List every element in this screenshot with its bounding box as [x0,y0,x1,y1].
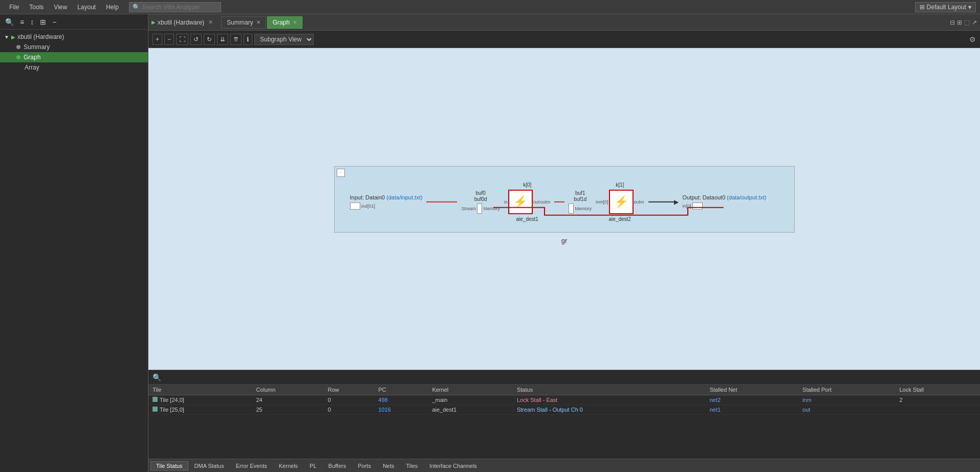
col-pc: PC [374,385,428,395]
split-button[interactable]: ⊞ [38,17,48,27]
menu-layout[interactable]: Layout [72,2,101,13]
header-close-btn[interactable]: ✕ [208,19,213,26]
k1-top-label: k[1] [616,182,624,187]
btab-kernels[interactable]: Kernels [273,461,303,470]
bottom-toolbar: 🔍 [148,370,980,385]
bottom-search-btn[interactable]: 🔍 [153,373,161,381]
collapse-button[interactable]: ≡ [18,17,26,27]
col-row: Row [323,385,374,395]
row1-stalled-port[interactable]: out [798,405,895,415]
graph-group: − Input: Datain0 (data/input.txt) [334,166,795,232]
col-kernel: Kernel [428,385,513,395]
bottom-tabs: Tile Status DMA Status Error Events Kern… [148,459,980,472]
summary-label: Summary [24,43,50,51]
in0-label: in[0] [683,203,691,208]
graph-label: Graph [24,54,40,61]
info-button[interactable]: ℹ [244,34,252,45]
zoom-out-button[interactable]: − [164,34,174,45]
row0-pc[interactable]: 498 [374,395,428,405]
in-label-k0: in [504,199,508,204]
btab-nets[interactable]: Nets [377,461,400,470]
chevron-down-icon: ▾ [968,4,971,11]
tab-bar: ▶ xbutil (Hardware) ✕ Summary ✕ Graph ✕ … [148,14,980,31]
menu-tools[interactable]: Tools [24,2,49,13]
fit-button[interactable]: ⛶ [176,34,188,45]
col-stalled-port: Stalled Port [798,385,895,395]
refresh-button[interactable]: ↺ [190,34,202,45]
sidebar-tree: ▼ ▶ xbutil (Hardware) Summary Graph Arra… [0,30,148,75]
sidebar-item-graph[interactable]: Graph [0,52,148,62]
row1-lock-stall [895,405,980,415]
input-node: Input: Datain0 (data/input.txt) out[01] [350,194,423,209]
table-row[interactable]: Tile [25,0] 25 0 1016 aie_dest1 Stream S… [148,405,980,415]
menu-file[interactable]: File [4,2,24,13]
expand-icon: ▼ [4,34,9,40]
row0-stalled-net[interactable]: net2 [706,395,798,405]
row1-kernel: aie_dest1 [428,405,513,415]
tab-action-1[interactable]: ⊟ [950,19,955,26]
tile-icon-1 [153,407,158,412]
tab-graph-close[interactable]: ✕ [293,19,297,25]
line-3 [648,201,674,202]
tab-action-2[interactable]: ⊞ [957,19,962,26]
input-link[interactable]: (data/input.txt) [386,194,422,200]
row1-status: Stream Stall - Output Ch 0 [513,405,706,415]
btab-error-events[interactable]: Error Events [230,461,273,470]
row0-kernel: _main [428,395,513,405]
array-label: Array [25,64,39,71]
memory-label: Memory [483,206,500,211]
btab-buffers[interactable]: Buffers [323,461,352,470]
bottom-panel: 🔍 Tile Column Row PC Kernel Status Stall… [148,370,980,472]
expand-all-button[interactable]: ⇈ [230,34,242,45]
view-select[interactable]: Subgraph View Flat View [254,34,314,45]
arrow-1 [426,201,457,202]
table-container: Tile Column Row PC Kernel Status Stalled… [148,385,980,459]
btab-dma-status[interactable]: DMA Status [189,461,230,470]
out01-label: out[01] [361,203,376,208]
content-area: ▶ xbutil (Hardware) ✕ Summary ✕ Graph ✕ … [148,14,980,472]
k1-group: k[1] inm[0] ⚡ outm aie_dest2 [596,182,644,221]
tab-summary-close[interactable]: ✕ [256,19,260,25]
sidebar-item-summary[interactable]: Summary [0,42,148,52]
sidebar-item-array[interactable]: Array [0,62,148,73]
menubar: File Tools View Layout Help 🔍 ⊞ Default … [0,0,980,14]
menu-help[interactable]: Help [101,2,124,13]
settings-button[interactable]: ⚙ [969,35,976,43]
stream-label: Stream [461,206,476,211]
buf0d-label: buf0d [474,196,487,201]
k0-top-label: k[0] [523,182,531,187]
menu-view[interactable]: View [49,2,72,13]
btab-ports[interactable]: Ports [352,461,377,470]
search-button[interactable]: 🔍 [3,17,16,27]
btab-tile-status[interactable]: Tile Status [150,461,188,470]
memory2-label: Memory [575,206,592,211]
row1-stalled-net[interactable]: net1 [706,405,798,415]
output-node: Output: Dataout0 (data/output.txt) in[0] [683,194,767,209]
expand-button[interactable]: ↕ [28,17,36,27]
collapse-group-btn[interactable]: − [337,168,345,176]
minimize-button[interactable]: − [50,17,58,27]
search-input[interactable] [142,4,217,11]
layout-grid-icon: ⊞ [920,4,925,11]
btab-pl[interactable]: PL [304,461,322,470]
zoom-in-button[interactable]: + [153,34,162,45]
btab-tiles[interactable]: Tiles [401,461,424,470]
k0-kernel[interactable]: ⚡ [508,189,533,214]
collapse-all-button[interactable]: ⇊ [217,34,228,45]
tab-action-3[interactable]: ⬚ [964,19,970,26]
sidebar-item-xbutil[interactable]: ▼ ▶ xbutil (Hardware) [0,32,148,42]
row0-lock-stall: 2 [895,395,980,405]
tab-action-4[interactable]: ↗ [972,19,977,26]
buf1d-label: buf1d [574,196,586,201]
tab-summary[interactable]: Summary ✕ [221,16,266,29]
btab-interface-channels[interactable]: Interface Channels [424,461,482,470]
graph-diagram: − Input: Datain0 (data/input.txt) [334,166,795,244]
output-link[interactable]: (data/output.txt) [727,194,766,200]
row0-stalled-port[interactable]: inm [798,395,895,405]
k1-kernel[interactable]: ⚡ [609,189,634,214]
table-row[interactable]: Tile [24,0] 24 0 498 _main Lock Stall - … [148,395,980,405]
tab-bar-actions: ⊟ ⊞ ⬚ ↗ [950,19,977,26]
tab-graph[interactable]: Graph ✕ [267,16,302,29]
row1-pc[interactable]: 1016 [374,405,428,415]
reset-button[interactable]: ↻ [204,34,215,45]
